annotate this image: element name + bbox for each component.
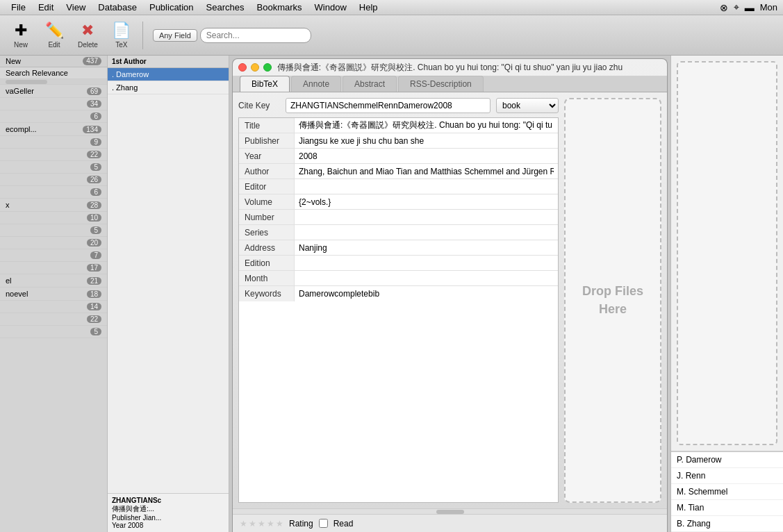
field-value-year[interactable] [295,149,558,163]
star-2[interactable]: ★ [249,519,256,529]
field-input-address[interactable] [299,243,554,253]
sidebar-item[interactable]: 22 [0,149,107,161]
tab-abstract[interactable]: Abstract [343,76,397,92]
tab-rss[interactable]: RSS-Description [398,76,484,92]
sidebar-item[interactable]: x28 [0,199,107,212]
sidebar-item[interactable]: 9 [0,136,107,149]
sidebar-item[interactable]: 6 [0,110,107,123]
field-value-volume[interactable] [295,194,558,209]
sidebar-item[interactable]: vaGeller69 [0,85,107,98]
horizontal-scrollbar[interactable] [233,508,667,514]
field-input-year[interactable] [299,151,554,161]
field-input-editor[interactable] [299,182,554,192]
field-input-keywords[interactable] [299,289,554,299]
field-input-edition[interactable] [299,258,554,268]
rating-label: Rating [289,519,313,529]
field-value-title[interactable] [295,118,558,133]
author-item[interactable]: J. Renn [671,468,783,484]
sidebar-item[interactable]: el21 [0,274,107,288]
author-item[interactable]: P. Damerow [671,452,783,468]
menu-view[interactable]: View [60,1,91,14]
star-rating[interactable]: ★ ★ ★ ★ ★ [240,519,283,529]
new-button[interactable]: ✚ New [7,19,35,51]
maximize-button[interactable]: + [263,63,272,72]
type-select[interactable]: book article inbook incollection [496,98,559,113]
col-first-author: 1st Author [112,58,147,65]
close-button[interactable]: × [238,63,247,72]
field-value-number[interactable] [295,210,558,224]
field-value-keywords[interactable] [295,286,558,301]
delete-button[interactable]: ✖ Delete [74,19,102,51]
search-input[interactable] [200,28,311,43]
field-input-publisher[interactable] [299,136,554,146]
search-field-selector[interactable]: Any Field [153,29,197,42]
sidebar-item[interactable]: 17 [0,262,107,274]
menu-publication[interactable]: Publication [144,1,199,14]
menu-window[interactable]: Window [309,1,352,14]
sidebar-item[interactable]: 34 [0,98,107,110]
menu-help[interactable]: Help [354,1,384,14]
list-item[interactable]: . Zhang [108,81,229,94]
menu-file[interactable]: File [6,1,31,14]
tex-button[interactable]: 📄 TeX [108,19,135,51]
field-label-address: Address [239,240,295,255]
field-value-edition[interactable] [295,256,558,270]
field-input-volume[interactable] [299,197,554,207]
ref-list-items[interactable]: . Damerow. Zhang [108,68,229,493]
read-checkbox[interactable] [319,519,328,528]
menu-icon-wifi: ⊗ [720,2,728,13]
sidebar-item[interactable]: 5 [0,326,107,338]
minimize-button[interactable]: – [251,63,259,72]
sidebar-item[interactable]: 26 [0,174,107,186]
field-label-volume: Volume [239,194,295,209]
sidebar-item[interactable]: 5 [0,161,107,174]
drop-zone[interactable]: Drop Files Here [564,98,661,503]
star-3[interactable]: ★ [258,519,265,529]
field-input-number[interactable] [299,213,554,222]
sidebar-item[interactable]: 5 [0,224,107,237]
read-label: Read [333,519,354,529]
ref-preview-main: 傳播與會通:... [112,504,224,514]
field-row: Month [239,271,558,286]
field-value-publisher[interactable] [295,133,558,148]
author-item[interactable]: B. Zhang [671,516,783,532]
sidebar-item[interactable]: 10 [0,212,107,224]
field-value-month[interactable] [295,271,558,285]
menu-database[interactable]: Database [92,1,142,14]
menu-searches[interactable]: Searches [201,1,250,14]
field-row: Number [239,210,558,225]
publisher-label: Publisher [112,514,141,522]
sidebar-item[interactable]: ecompl...134 [0,123,107,136]
field-value-editor[interactable] [295,179,558,194]
sidebar-item[interactable]: 7 [0,249,107,262]
tab-bibtex[interactable]: BibTeX [240,76,290,92]
window-titlebar: × – + 傳播與會通:《奇器圖説》研究與校注. Chuan bo yu hui… [233,63,667,76]
star-5[interactable]: ★ [276,519,283,529]
window-buttons: × – + [238,63,272,72]
field-input-title[interactable] [299,121,554,131]
tab-annote[interactable]: Annote [291,76,341,92]
sidebar-item[interactable]: 6 [0,186,107,199]
menu-edit[interactable]: Edit [33,1,59,14]
list-item[interactable]: . Damerow [108,68,229,81]
edit-button[interactable]: ✏️ Edit [40,19,68,51]
ref-preview-id: ZHANGTIANSc [112,497,224,504]
right-drop-zone[interactable] [677,61,777,445]
author-item[interactable]: M. Tian [671,500,783,516]
field-value-author[interactable] [295,164,558,178]
field-value-series[interactable] [295,225,558,240]
field-input-series[interactable] [299,228,554,238]
star-4[interactable]: ★ [267,519,274,529]
sidebar-item[interactable]: 14 [0,301,107,313]
cite-key-input[interactable] [286,98,491,113]
sidebar-item[interactable]: noevel18 [0,288,107,301]
detail-window: × – + 傳播與會通:《奇器圖説》研究與校注. Chuan bo yu hui… [232,58,668,532]
field-value-address[interactable] [295,240,558,255]
author-item[interactable]: M. Schemmel [671,484,783,500]
sidebar-item[interactable]: 22 [0,313,107,326]
menu-bookmarks[interactable]: Bookmarks [252,1,308,14]
sidebar-item[interactable]: 20 [0,237,107,249]
field-input-author[interactable] [299,167,554,176]
star-1[interactable]: ★ [240,519,247,529]
field-input-month[interactable] [299,274,554,283]
